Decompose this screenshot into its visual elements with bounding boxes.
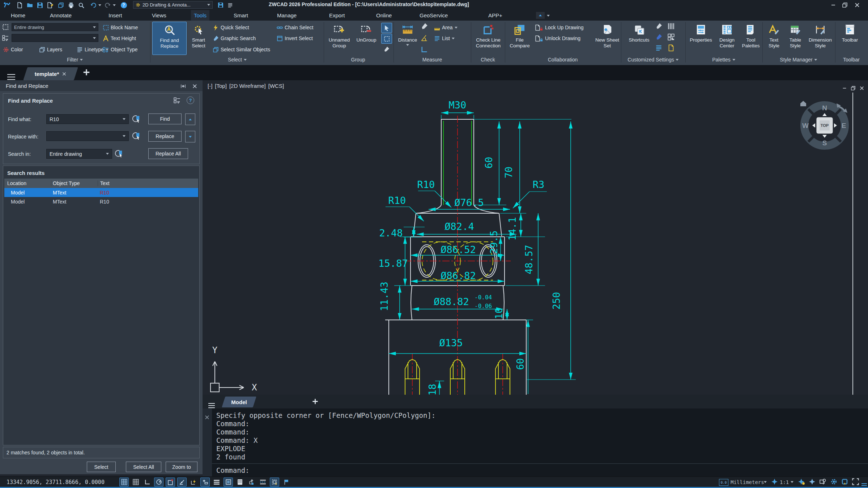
quick-properties-toggle[interactable] [235, 478, 244, 487]
list-button[interactable]: List [434, 34, 455, 43]
measure-angle-icon[interactable] [421, 23, 428, 30]
filter-text-height-button[interactable]: Text Height [103, 34, 136, 43]
select-all-button[interactable]: Select All [126, 462, 161, 472]
filter-layers-button[interactable]: Layers [39, 45, 62, 54]
rotate-left-arrow[interactable] [812, 123, 815, 128]
preview-button[interactable] [77, 1, 85, 9]
file-compare-button[interactable]: File Compare [508, 22, 532, 55]
copy-mode-toggle[interactable] [247, 478, 256, 487]
annotation-visibility-icon[interactable] [798, 478, 805, 485]
find-and-replace-button[interactable]: Find and Replace [152, 22, 187, 55]
units-badge-icon[interactable]: 0.0 [719, 479, 728, 486]
status-menu-icon[interactable] [861, 479, 867, 485]
viewport-view-control[interactable]: [Top] [215, 83, 227, 89]
filter-color-button[interactable]: Color [3, 45, 23, 54]
polar-tracking-toggle[interactable] [154, 478, 163, 487]
check-line-connection-button[interactable]: Check Line Connection [473, 22, 503, 55]
close-button[interactable] [852, 1, 862, 9]
compass-north[interactable]: N [822, 104, 827, 112]
annotation-monitor-toggle[interactable] [270, 478, 279, 487]
next-match-button[interactable] [185, 131, 195, 142]
units-caret[interactable] [764, 481, 767, 483]
replace-pick-object-icon[interactable] [132, 132, 140, 140]
qr-config-icon[interactable] [668, 34, 675, 40]
select-similar-objects-button[interactable]: Select Similar Objects [213, 45, 270, 54]
zoom-to-button[interactable]: Zoom to [166, 462, 197, 472]
doc-tab-template[interactable]: template* [25, 67, 76, 80]
rotate-down-arrow[interactable] [822, 135, 827, 138]
compass-south[interactable]: S [822, 139, 827, 147]
palettes-group-label[interactable]: Palettes [712, 56, 735, 63]
area-button[interactable]: Area [434, 23, 458, 32]
interface-bars-icon[interactable] [668, 23, 675, 30]
compass-west[interactable]: W [802, 122, 809, 129]
menu-export[interactable]: Export [326, 10, 348, 21]
style-manager-group-label[interactable]: Style Manager [780, 56, 817, 63]
alias-edit-icon[interactable] [655, 23, 662, 30]
group-frame-icon[interactable] [381, 34, 392, 44]
check-group-label[interactable]: Check [481, 56, 495, 63]
home-icon[interactable] [800, 101, 806, 106]
group-group-label[interactable]: Group [351, 56, 365, 63]
grid-display-toggle[interactable] [119, 478, 129, 487]
prev-match-button[interactable] [185, 114, 195, 125]
help-icon[interactable]: ? [119, 1, 128, 9]
col-text[interactable]: Text [98, 180, 198, 186]
save-button[interactable] [35, 1, 44, 9]
customized-settings-group-label[interactable]: Customized Settings [627, 56, 678, 63]
smart-select-button[interactable]: Smart Select [188, 22, 209, 55]
design-center-button[interactable]: Design Center [715, 22, 739, 55]
annotation-scale-caret[interactable] [791, 481, 793, 483]
redo-dropdown-caret[interactable] [113, 4, 116, 6]
command-prompt[interactable]: Command: [216, 466, 250, 474]
linetype-display-toggle[interactable] [258, 478, 268, 487]
undo-button[interactable] [89, 1, 98, 9]
doc-tab-close-icon[interactable] [62, 72, 67, 76]
drawing-canvas[interactable]: M30 60 70 250 R10 R10 R3 Ø76.5 Ø82.4 2.4… [203, 80, 868, 395]
layout-menu-icon[interactable] [208, 399, 215, 405]
full-screen-icon[interactable] [852, 478, 859, 485]
undo-dropdown-caret[interactable] [98, 4, 101, 6]
menu-insert[interactable]: Insert [106, 10, 125, 21]
search-pick-object-icon[interactable] [115, 150, 123, 158]
object-snap-toggle[interactable] [166, 478, 175, 487]
restore-button[interactable] [840, 1, 850, 9]
result-row[interactable]: Model MText R10 [4, 197, 198, 206]
model-tab[interactable]: Model [224, 397, 255, 407]
print-button[interactable] [67, 1, 75, 9]
toolbox-icon[interactable] [216, 1, 225, 9]
toolbar-group-label[interactable]: Toolbar [843, 56, 860, 63]
replace-button[interactable]: Replace [148, 131, 182, 142]
menu-geoservice[interactable]: GeoService [417, 10, 451, 21]
panel-help-icon[interactable]: ? [187, 97, 194, 104]
batch-select-icon[interactable] [174, 97, 180, 104]
graphic-search-button[interactable]: Graphic Search [213, 34, 256, 43]
menu-annotate[interactable]: Annotate [47, 10, 75, 21]
search-in-combo[interactable]: Entire drawing [46, 149, 112, 159]
new-tab-button[interactable] [82, 68, 90, 76]
annotation-scale-value[interactable]: 1:1 [780, 479, 789, 485]
command-close-icon[interactable] [204, 413, 210, 421]
menu-online[interactable]: Online [373, 10, 395, 21]
open-file-button[interactable] [25, 1, 34, 9]
col-object-type[interactable]: Object Type [51, 180, 98, 186]
invert-select-button[interactable]: Invert Select [277, 34, 313, 43]
new-sheet-set-button[interactable]: New Sheet Set [595, 22, 620, 55]
menu-manage[interactable]: Manage [274, 10, 299, 21]
group-on-icon[interactable] [381, 23, 392, 33]
workspace-flag-icon[interactable] [281, 478, 291, 487]
unlock-drawing-button[interactable]: Unlock Drawing [535, 34, 580, 43]
selection-cycling-icon[interactable] [820, 478, 826, 485]
shortcuts-button[interactable]: Shortcuts [627, 22, 651, 55]
menu-tools[interactable]: Tools [191, 10, 209, 21]
transparency-toggle[interactable] [212, 478, 221, 487]
copy-button[interactable] [56, 1, 65, 9]
menu-home[interactable]: Home [8, 10, 28, 21]
settings-gear-icon[interactable] [830, 478, 837, 485]
filter-object-type-button[interactable]: Object Type [103, 45, 137, 54]
filter-group-label[interactable]: Filter [67, 56, 83, 63]
measure-coordinate-icon[interactable] [421, 46, 428, 53]
filter-search-icon[interactable] [2, 23, 9, 30]
group-edit-icon[interactable] [381, 44, 391, 54]
auto-annotation-scale-icon[interactable] [809, 478, 816, 485]
